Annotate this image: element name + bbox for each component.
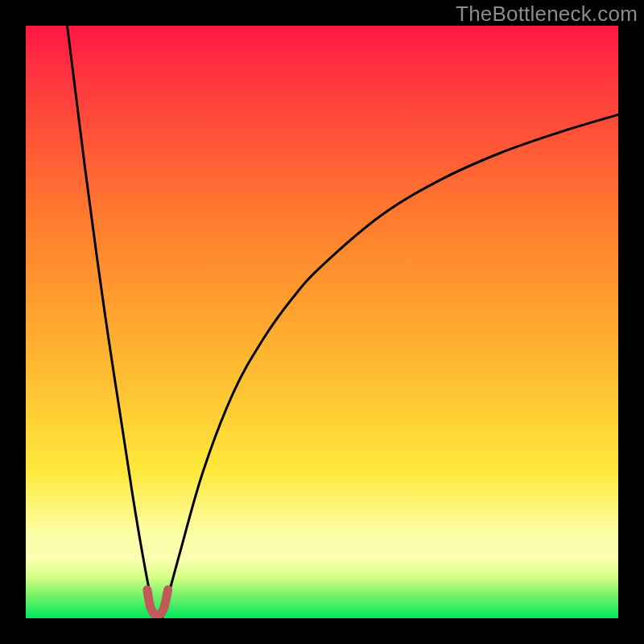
bottleneck-chart <box>26 26 618 618</box>
outer-frame: TheBottleneck.com <box>0 0 644 644</box>
watermark-text: TheBottleneck.com <box>456 2 638 27</box>
gradient-background <box>26 26 618 618</box>
plot-area <box>26 26 618 618</box>
